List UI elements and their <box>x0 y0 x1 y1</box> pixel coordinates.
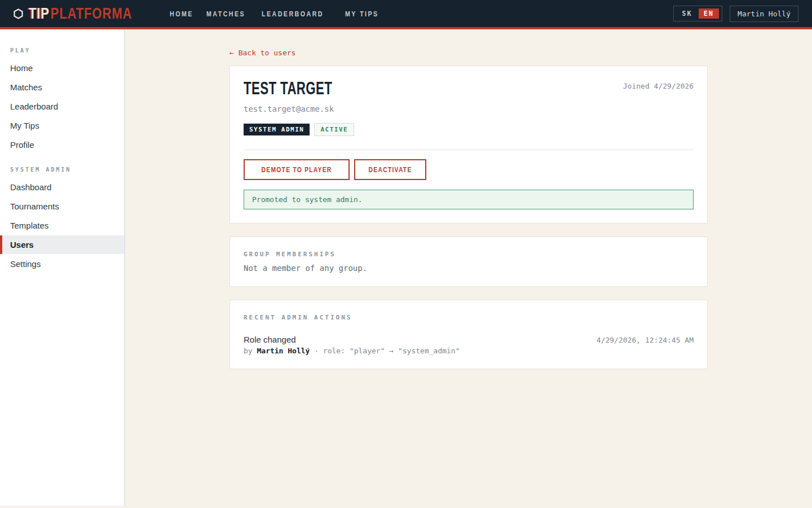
group-memberships-card: GROUP MEMBERSHIPS Not a member of any gr… <box>230 237 708 287</box>
role-badge: SYSTEM ADMIN <box>244 124 310 135</box>
group-memberships-title: GROUP MEMBERSHIPS <box>244 251 694 258</box>
sidebar-item-leaderboard[interactable]: Leaderboard <box>0 97 124 116</box>
language-toggle: SK EN <box>673 6 722 21</box>
user-menu-button[interactable]: Martin Hollý <box>730 6 798 22</box>
sidebar-section-label: PLAY <box>0 43 124 58</box>
sidebar-item-profile[interactable]: Profile <box>0 135 124 154</box>
sidebar-item-tournaments[interactable]: Tournaments <box>0 197 124 216</box>
joined-date: Joined 4/29/2026 <box>623 82 694 90</box>
language-option-en[interactable]: EN <box>699 8 719 19</box>
nav-item-matches[interactable]: MATCHES <box>206 10 254 18</box>
demote-to-player-button[interactable]: DEMOTE TO PLAYER <box>244 159 350 180</box>
admin-action-actor: Martin Hollý <box>257 347 310 355</box>
deactivate-button[interactable]: DEACTIVATE <box>354 159 426 180</box>
header-right-controls: SK EN Martin Hollý <box>673 6 798 22</box>
admin-action-entry: Role changed by Martin Hollý · role: "pl… <box>244 335 694 355</box>
page-title: TEST TARGET <box>244 80 367 97</box>
nav-item-my-tips[interactable]: MY TIPS <box>345 10 386 18</box>
main-content: ← Back to users TEST TARGET Joined 4/29/… <box>125 29 812 506</box>
sidebar-item-settings[interactable]: Settings <box>0 255 124 273</box>
sidebar-item-users[interactable]: Users <box>0 235 124 254</box>
primary-nav: HOME MATCHES LEADERBOARD MY TIPS <box>170 10 394 18</box>
status-badge: ACTIVE <box>314 123 354 136</box>
group-memberships-empty-text: Not a member of any group. <box>244 264 694 273</box>
sidebar-item-my-tips[interactable]: My Tips <box>0 116 124 135</box>
nav-item-home[interactable]: HOME <box>170 10 198 18</box>
sidebar: PLAY Home Matches Leaderboard My Tips Pr… <box>0 29 125 506</box>
sidebar-section-label: SYSTEM ADMIN <box>0 162 124 177</box>
admin-action-name: Role changed <box>244 335 460 344</box>
language-option-sk[interactable]: SK <box>677 8 697 19</box>
brand-logo[interactable]: TIPPLATFORMA <box>14 5 155 23</box>
success-flash-message: Promoted to system admin. <box>244 190 694 209</box>
hexagon-logo-icon <box>14 8 23 19</box>
brand-wordmark: TIPPLATFORMA <box>29 5 132 23</box>
user-profile-card: TEST TARGET Joined 4/29/2026 test.target… <box>230 65 708 224</box>
sidebar-item-matches[interactable]: Matches <box>0 78 124 97</box>
divider <box>244 150 694 150</box>
user-email: test.target@acme.sk <box>244 104 694 113</box>
sidebar-item-templates[interactable]: Templates <box>0 216 124 235</box>
sidebar-item-home[interactable]: Home <box>0 59 124 77</box>
back-to-users-link[interactable]: ← Back to users <box>230 49 295 57</box>
sidebar-section-system-admin: SYSTEM ADMIN Dashboard Tournaments Templ… <box>0 162 124 273</box>
recent-admin-actions-title: RECENT ADMIN ACTIONS <box>244 314 694 321</box>
admin-action-meta: by Martin Hollý · role: "player" → "syst… <box>244 347 460 355</box>
sidebar-item-dashboard[interactable]: Dashboard <box>0 178 124 196</box>
top-nav-bar: TIPPLATFORMA HOME MATCHES LEADERBOARD MY… <box>0 0 812 29</box>
admin-action-timestamp: 4/29/2026, 12:24:45 AM <box>597 336 694 344</box>
sidebar-section-play: PLAY Home Matches Leaderboard My Tips Pr… <box>0 43 124 154</box>
recent-admin-actions-card: RECENT ADMIN ACTIONS Role changed by Mar… <box>230 300 708 369</box>
nav-item-leaderboard[interactable]: LEADERBOARD <box>262 10 337 18</box>
